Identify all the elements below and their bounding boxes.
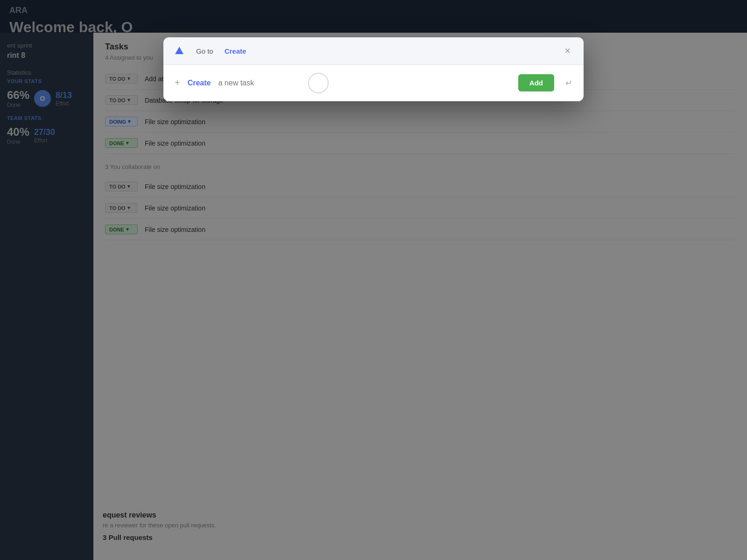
svg-marker-0: [175, 47, 183, 54]
add-button[interactable]: Add: [518, 74, 554, 91]
app-logo: [173, 44, 186, 57]
modal-body: + Create Add ↵: [163, 65, 584, 101]
modal-header: Go to Create ×: [163, 37, 584, 65]
plus-icon[interactable]: +: [175, 77, 180, 88]
task-input[interactable]: [218, 79, 511, 87]
modal-close-button[interactable]: ×: [561, 44, 574, 58]
enter-icon: ↵: [565, 78, 572, 88]
create-modal: Go to Create × + Create Add ↵: [163, 37, 584, 101]
nav-goto[interactable]: Go to: [195, 45, 214, 57]
nav-create[interactable]: Create: [224, 45, 247, 57]
create-label: Create: [188, 79, 211, 87]
